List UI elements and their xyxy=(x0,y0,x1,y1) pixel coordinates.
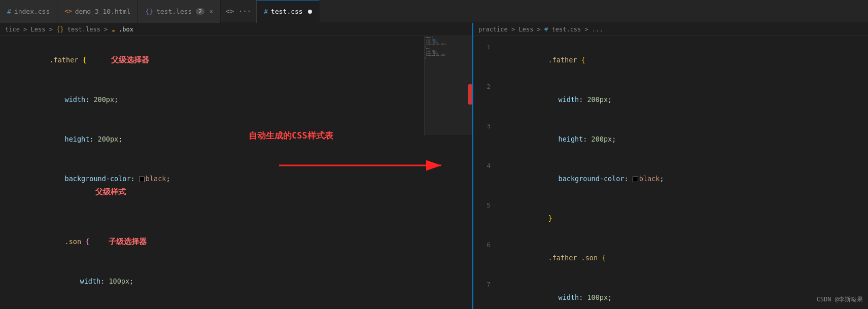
line-num-5: 5 xyxy=(473,199,499,212)
tab-badge-test-less: 2 xyxy=(196,8,204,15)
tab-close-test-less[interactable]: ✕ xyxy=(210,8,213,15)
code-line-2: width: 200px; xyxy=(0,80,472,119)
right-code-line-4: 4 background-color: black; xyxy=(473,159,868,198)
tab-label-test-css: test.css xyxy=(271,8,303,15)
right-editor-pane: practice > Less > # test.css > ... 1 .fa… xyxy=(472,23,868,309)
tab-label-test-less: test.less xyxy=(156,8,192,15)
app-container: # index.css <> demo_3_10.html {} test.le… xyxy=(0,0,868,309)
right-code-line-1: 1 .father { xyxy=(473,40,868,80)
code-line-6: .son { 子级选择器 xyxy=(0,222,472,261)
right-code-line-7: 7 width: 100px; xyxy=(473,278,868,309)
minimap: .father { width: 200px; height: 200px; b… xyxy=(424,36,472,135)
tab-icon-index-css: # xyxy=(7,8,11,15)
tab-more-button[interactable]: <> ··· xyxy=(221,0,257,23)
line-num-4: 4 xyxy=(473,159,499,173)
tab-demo-html[interactable]: <> demo_3_10.html xyxy=(57,0,138,23)
tab-label-index-css: index.css xyxy=(14,8,50,15)
right-code-line-6: 6 .father .son { xyxy=(473,238,868,278)
right-breadcrumb-text: practice > Less > # test.css > ... xyxy=(478,26,603,33)
code-line-7: width: 100px; xyxy=(0,261,472,301)
line-num-2: 2 xyxy=(473,80,499,93)
code-line-5 xyxy=(0,212,472,222)
tab-test-less[interactable]: {} test.less 2 ✕ xyxy=(138,0,220,23)
watermark: CSDN @李斯哒果 xyxy=(817,295,863,304)
code-line-8: height: 100px; xyxy=(0,301,472,309)
tab-test-css[interactable]: # test.css xyxy=(256,0,319,23)
left-code-area[interactable]: .father { 父级选择器 width: 200px; height: 20… xyxy=(0,36,472,309)
tab-index-css[interactable]: # index.css xyxy=(0,0,57,23)
tab-label-demo-html: demo_3_10.html xyxy=(75,8,131,15)
code-line-1: .father { 父级选择器 xyxy=(0,40,472,80)
annotation-arrow xyxy=(279,153,457,178)
tab-dot-test-css xyxy=(308,10,312,14)
right-breadcrumb: practice > Less > # test.css > ... xyxy=(473,23,868,36)
left-editor-pane: tice > Less > {} test.less > ☁ .box .fat… xyxy=(0,23,472,309)
line-num-6: 6 xyxy=(473,238,499,252)
tab-icon-demo-html: <> xyxy=(64,8,72,15)
left-breadcrumb-text: tice > Less > {} test.less > ☁ .box xyxy=(5,26,133,33)
line-num-3: 3 xyxy=(473,120,499,133)
right-code-line-5: 5 } xyxy=(473,198,868,238)
tab-more-icon: <> ··· xyxy=(226,7,252,15)
line-num-1: 1 xyxy=(473,41,499,54)
tab-bar: # index.css <> demo_3_10.html {} test.le… xyxy=(0,0,868,23)
editor-container: tice > Less > {} test.less > ☁ .box .fat… xyxy=(0,23,868,309)
right-code-area[interactable]: 1 .father { 2 width: 200px; 3 hei xyxy=(473,36,868,309)
line-num-7: 7 xyxy=(473,278,499,291)
right-code-line-3: 3 height: 200px; xyxy=(473,119,868,159)
right-code-line-2: 2 width: 200px; xyxy=(473,80,868,119)
tab-icon-test-css: # xyxy=(264,8,268,15)
left-breadcrumb: tice > Less > {} test.less > ☁ .box xyxy=(0,23,472,36)
auto-css-annotation: 自动生成的CSS样式表 xyxy=(249,130,333,142)
tab-icon-test-less: {} xyxy=(145,8,153,15)
